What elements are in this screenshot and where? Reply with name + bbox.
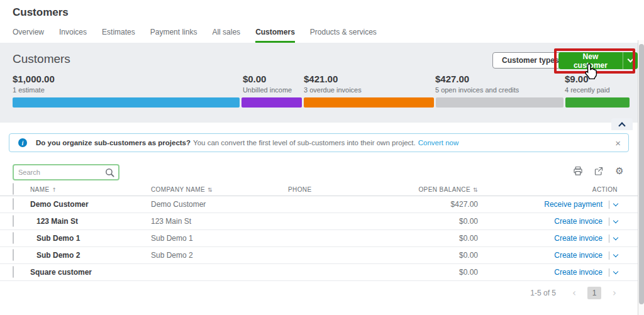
stat-label: 3 overdue invoices (304, 86, 435, 94)
action-link-create-invoice[interactable]: Create invoice (554, 268, 602, 277)
open-balance-cell: $0.00 (408, 217, 478, 226)
money-bar-segment-5-open-invoices-and-credits[interactable] (436, 97, 564, 108)
column-header-name[interactable]: NAME↑ (30, 186, 151, 193)
export-icon[interactable] (593, 165, 604, 177)
customer-types-button[interactable]: Customer types (492, 52, 569, 69)
stat-1-estimate: $1,000.001 estimate (13, 74, 243, 94)
row-checkbox[interactable] (13, 249, 14, 261)
page-title: Customers (13, 6, 69, 19)
column-label: OPEN BALANCE (418, 186, 470, 193)
company-name-cell: 123 Main St (151, 217, 288, 226)
row-checkbox-cell (13, 216, 30, 227)
column-label: COMPANY NAME (151, 186, 205, 193)
tab-estimates[interactable]: Estimates (102, 28, 135, 43)
action-cell: Create invoice (478, 217, 618, 226)
tab-payment-links[interactable]: Payment links (150, 28, 197, 43)
action-cell: Create invoice (478, 234, 618, 243)
pagination-range: 1-5 of 5 (530, 289, 556, 297)
row-checkbox[interactable] (13, 215, 14, 227)
action-link-create-invoice[interactable]: Create invoice (554, 234, 602, 243)
money-bar-segment-1-estimate[interactable] (13, 97, 240, 108)
prev-page-icon[interactable]: ‹ (572, 287, 576, 299)
customer-name-link[interactable]: Sub Demo 2 (30, 251, 151, 260)
table-body: Demo CustomerDemo Customer$427.00Receive… (0, 196, 638, 281)
open-balance-cell: $0.00 (408, 268, 478, 277)
banner-text: You can convert the first level of sub-c… (193, 139, 416, 146)
new-customer-dropdown-button[interactable] (623, 52, 638, 69)
customer-name-link[interactable]: Square customer (30, 268, 151, 277)
table-row-sub-demo-2: Sub Demo 2Sub Demo 2$0.00Create invoice (0, 247, 638, 264)
tab-all-sales[interactable]: All sales (212, 28, 240, 43)
sub-customers-banner: i Do you organize sub-customers as proje… (9, 133, 629, 152)
column-header-phone: PHONE (288, 186, 408, 193)
section-title: Customers (13, 52, 70, 66)
stat-3-overdue-invoices: $421.003 overdue invoices (304, 74, 435, 94)
next-page-icon[interactable]: › (613, 287, 616, 299)
close-icon[interactable]: × (615, 138, 621, 148)
search-icon[interactable] (105, 168, 114, 177)
money-bar-segment-unbilled-income[interactable] (242, 97, 302, 108)
stat-unbilled-income: $0.00Unbilled income (243, 74, 304, 94)
scrollbar[interactable] (638, 40, 644, 315)
row-checkbox[interactable] (13, 198, 14, 210)
action-dropdown-icon[interactable] (613, 251, 618, 257)
tab-bar: OverviewInvoicesEstimatesPayment linksAl… (13, 28, 377, 43)
table-toolbar-icons: ⚙ (572, 165, 625, 177)
info-icon: i (18, 138, 27, 147)
customers-summary-section: Customers Customer types New customer $1… (0, 43, 638, 123)
select-all-checkbox[interactable] (13, 183, 14, 195)
convert-now-link[interactable]: Convert now (418, 139, 459, 146)
money-bar-segment-4-recently-paid[interactable] (565, 97, 630, 108)
action-dropdown-icon[interactable] (613, 235, 618, 240)
customer-name-link[interactable]: Demo Customer (30, 200, 151, 209)
action-link-create-invoice[interactable]: Create invoice (554, 217, 602, 226)
sort-both-icon: ⇅ (208, 187, 213, 193)
pagination: 1-5 of 5 ‹ 1 › (530, 287, 616, 299)
tab-customers[interactable]: Customers (255, 28, 295, 43)
company-name-cell: Sub Demo 2 (151, 251, 288, 260)
stat-amount: $9.00 (565, 74, 630, 84)
money-bar-segment-3-overdue-invoices[interactable] (304, 97, 433, 108)
row-checkbox[interactable] (13, 266, 14, 278)
column-header-open-balance[interactable]: OPEN BALANCE⇅ (408, 186, 478, 193)
gear-icon[interactable]: ⚙ (614, 165, 625, 177)
new-customer-button[interactable]: New customer (558, 52, 623, 69)
stat-label: 4 recently paid (565, 86, 630, 94)
stat-label: 5 open invoices and credits (435, 86, 565, 94)
row-checkbox-cell (13, 250, 30, 261)
row-checkbox-cell (13, 233, 30, 244)
table-row-123-main-st: 123 Main St123 Main St$0.00Create invoic… (0, 213, 638, 230)
action-dropdown-icon[interactable] (613, 201, 618, 206)
action-divider (609, 218, 609, 226)
action-link-create-invoice[interactable]: Create invoice (554, 251, 602, 260)
stat-label: Unbilled income (243, 86, 304, 94)
collapse-summary-button[interactable] (611, 118, 633, 130)
tab-invoices[interactable]: Invoices (59, 28, 87, 43)
row-checkbox-cell (13, 199, 30, 210)
column-header-company-name[interactable]: COMPANY NAME⇅ (151, 186, 288, 193)
action-dropdown-icon[interactable] (613, 218, 618, 223)
money-bar (13, 97, 630, 108)
column-header-action: ACTION (478, 186, 618, 193)
search-box (13, 164, 119, 180)
action-link-receive-payment[interactable]: Receive payment (544, 200, 602, 209)
page-number-button[interactable]: 1 (587, 287, 601, 299)
customer-name-link[interactable]: 123 Main St (30, 217, 151, 226)
search-input[interactable] (14, 169, 105, 176)
customer-name-link[interactable]: Sub Demo 1 (30, 234, 151, 243)
print-icon[interactable] (572, 165, 584, 177)
customers-table: NAME↑COMPANY NAME⇅PHONEOPEN BALANCE⇅ACTI… (0, 183, 638, 281)
tab-overview[interactable]: Overview (13, 28, 44, 43)
company-name-cell: Demo Customer (151, 200, 288, 209)
column-label: NAME (30, 186, 50, 193)
new-customer-split-button[interactable]: New customer (558, 52, 638, 69)
sort-both-icon: ⇅ (473, 187, 478, 193)
row-checkbox[interactable] (13, 232, 14, 244)
column-label: PHONE (288, 186, 312, 193)
scrollbar-thumb[interactable] (639, 44, 644, 304)
tab-products-services[interactable]: Products & services (310, 28, 377, 43)
table-row-sub-demo-1: Sub Demo 1Sub Demo 1$0.00Create invoice (0, 230, 638, 247)
action-dropdown-icon[interactable] (613, 268, 618, 274)
column-label: ACTION (592, 186, 618, 193)
action-cell: Create invoice (478, 251, 618, 260)
